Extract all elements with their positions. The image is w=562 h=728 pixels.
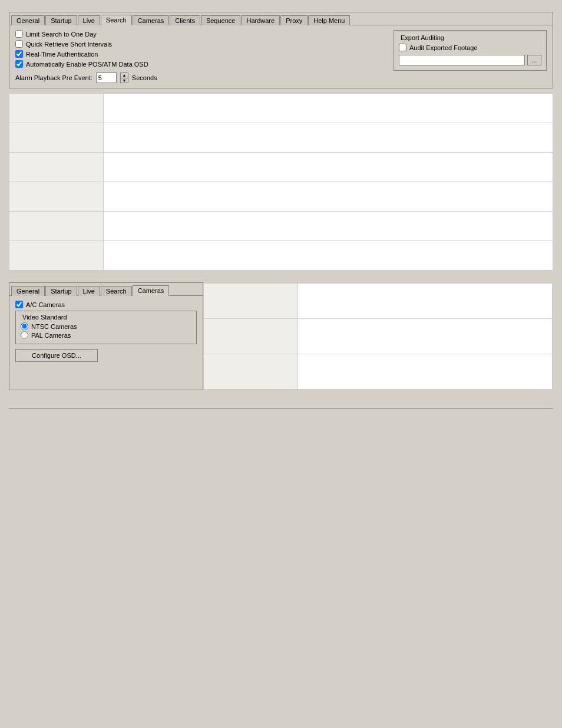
ntsc-radio[interactable] — [21, 322, 28, 330]
tab-search[interactable]: Search — [101, 15, 132, 25]
quick-retrieve-row: Quick Retrieve Short Intervals — [15, 40, 382, 48]
tab-sequence[interactable]: Sequence — [201, 15, 241, 25]
table-cell-right — [104, 123, 553, 153]
table-cell-right — [298, 354, 553, 390]
table-cell-left — [9, 182, 104, 212]
footer-divider — [9, 408, 553, 409]
bottom-tab-general[interactable]: General — [11, 286, 45, 296]
table-cell-right — [298, 284, 553, 319]
auto-pos-row: Automatically Enable POS/ATM Data OSD — [15, 60, 382, 68]
export-path-row: ... — [399, 55, 541, 65]
bottom-tab-live[interactable]: Live — [78, 286, 100, 296]
realtime-auth-label: Real-Time Authentication — [26, 51, 98, 58]
auto-pos-label: Automatically Enable POS/ATM Data OSD — [26, 61, 148, 68]
audit-exported-label: Audit Exported Footage — [409, 44, 478, 51]
table-row — [204, 284, 553, 319]
ac-cameras-label: A/C Cameras — [26, 301, 65, 308]
auto-pos-checkbox[interactable] — [15, 60, 23, 68]
quick-retrieve-label: Quick Retrieve Short Intervals — [26, 41, 112, 48]
tab-general[interactable]: General — [11, 15, 45, 25]
tab-cameras[interactable]: Cameras — [133, 15, 170, 25]
video-standard-title: Video Standard — [21, 314, 69, 321]
search-panel-content: Limit Search to One Day Quick Retrieve S… — [9, 25, 553, 88]
table-cell-left — [9, 212, 104, 241]
top-grid-table — [9, 93, 553, 271]
table-row — [9, 94, 553, 123]
search-options-left: Limit Search to One Day Quick Retrieve S… — [15, 30, 382, 83]
export-path-input[interactable] — [399, 55, 525, 65]
table-row — [9, 212, 553, 241]
bottom-tab-bar: General Startup Live Search Cameras — [9, 283, 203, 296]
alarm-spinbox-buttons: ▲ ▼ — [120, 73, 128, 83]
top-tab-bar: General Startup Live Search Cameras Clie… — [9, 12, 553, 25]
seconds-label: Seconds — [132, 74, 157, 81]
table-cell-left — [9, 94, 104, 123]
audit-exported-row: Audit Exported Footage — [399, 44, 541, 51]
bottom-section: General Startup Live Search Cameras A/C … — [9, 282, 553, 390]
table-cell-left — [204, 284, 298, 319]
alarm-spin-down[interactable]: ▼ — [121, 78, 128, 83]
tab-clients[interactable]: Clients — [170, 15, 200, 25]
pal-label: PAL Cameras — [31, 332, 71, 339]
bottom-right-table — [203, 283, 553, 390]
table-cell-right — [104, 212, 553, 241]
tab-proxy[interactable]: Proxy — [280, 15, 308, 25]
search-settings-panel: General Startup Live Search Cameras Clie… — [9, 12, 553, 88]
ac-cameras-row: A/C Cameras — [15, 301, 197, 308]
table-cell-left — [204, 319, 298, 354]
bottom-tab-search[interactable]: Search — [101, 286, 132, 296]
audit-exported-checkbox[interactable] — [399, 44, 406, 51]
table-row — [204, 319, 553, 354]
tab-help-menu[interactable]: Help Menu — [308, 15, 350, 25]
quick-retrieve-checkbox[interactable] — [15, 40, 23, 48]
bottom-tab-startup[interactable]: Startup — [45, 286, 77, 296]
export-auditing-title: Export Auditing — [399, 34, 446, 41]
table-cell-left — [9, 123, 104, 153]
configure-osd-button[interactable]: Configure OSD... — [15, 349, 98, 362]
tab-live[interactable]: Live — [78, 15, 100, 25]
limit-search-label: Limit Search to One Day — [26, 31, 97, 38]
pal-row: PAL Cameras — [21, 331, 191, 339]
table-cell-right — [298, 319, 553, 354]
ac-cameras-checkbox[interactable] — [15, 301, 23, 308]
table-cell-right — [104, 94, 553, 123]
cameras-content: A/C Cameras Video Standard NTSC Cameras … — [9, 296, 203, 367]
alarm-row: Alarm Playback Pre Event: 5 ▲ ▼ Seconds — [15, 73, 382, 83]
table-cell-left — [9, 153, 104, 182]
table-row — [9, 182, 553, 212]
alarm-value-input[interactable]: 5 — [96, 73, 117, 83]
limit-search-row: Limit Search to One Day — [15, 30, 382, 38]
table-cell-left — [9, 241, 104, 271]
table-row — [204, 354, 553, 390]
bottom-right-grid-area — [203, 282, 553, 390]
limit-search-checkbox[interactable] — [15, 30, 23, 38]
browse-button[interactable]: ... — [527, 55, 541, 65]
realtime-auth-row: Real-Time Authentication — [15, 50, 382, 58]
bottom-tab-cameras[interactable]: Cameras — [133, 285, 170, 296]
table-cell-left — [204, 354, 298, 390]
table-cell-right — [104, 182, 553, 212]
pal-radio[interactable] — [21, 331, 28, 339]
table-row — [9, 241, 553, 271]
table-row — [9, 153, 553, 182]
tab-startup[interactable]: Startup — [45, 15, 77, 25]
cameras-settings-panel: General Startup Live Search Cameras A/C … — [9, 282, 203, 390]
video-standard-groupbox: Video Standard NTSC Cameras PAL Cameras — [15, 311, 197, 344]
export-auditing-groupbox: Export Auditing Audit Exported Footage .… — [394, 30, 547, 71]
realtime-auth-checkbox[interactable] — [15, 50, 23, 58]
alarm-spin-up[interactable]: ▲ — [121, 73, 128, 78]
table-row — [9, 123, 553, 153]
table-cell-right — [104, 241, 553, 271]
alarm-label: Alarm Playback Pre Event: — [15, 74, 92, 81]
ntsc-label: NTSC Cameras — [31, 323, 77, 330]
export-auditing-section: Export Auditing Audit Exported Footage .… — [394, 30, 547, 83]
ntsc-row: NTSC Cameras — [21, 322, 191, 330]
table-cell-right — [104, 153, 553, 182]
tab-hardware[interactable]: Hardware — [241, 15, 280, 25]
